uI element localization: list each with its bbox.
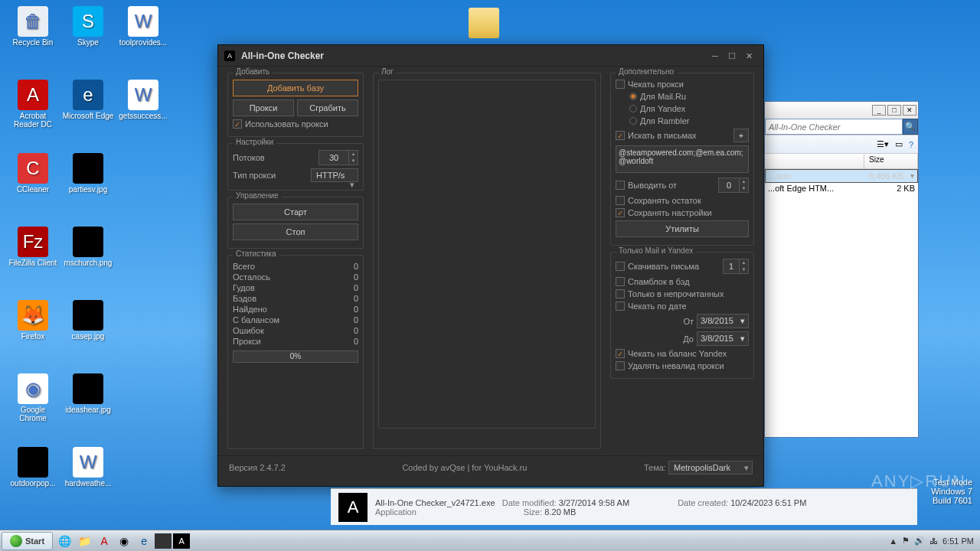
download-count-spinner[interactable]: ▲▼ bbox=[723, 259, 749, 274]
credits-label: Coded by avQse | for YouHack.ru bbox=[402, 463, 527, 472]
group-extra: Дополнительно Чекать прокси Для Mail.Ru … bbox=[610, 73, 754, 246]
minimize-button[interactable]: ─ bbox=[707, 49, 724, 63]
desktop-icon[interactable]: CCCleaner bbox=[6, 153, 60, 214]
log-textarea[interactable] bbox=[378, 80, 596, 429]
desktop-icon[interactable]: 🦊Firefox bbox=[6, 300, 60, 361]
help-icon[interactable]: ? bbox=[909, 140, 913, 149]
plus-button[interactable]: + bbox=[733, 129, 749, 142]
theme-select[interactable]: MetropolisDark bbox=[668, 461, 753, 474]
start-button[interactable]: Старт bbox=[233, 204, 358, 220]
use-proxy-checkbox[interactable] bbox=[233, 119, 242, 129]
desktop-icon[interactable]: Wgetssuccess... bbox=[116, 80, 170, 141]
desktop-icon[interactable]: partiesv.jpg bbox=[61, 153, 115, 214]
date-from-input[interactable]: 3/8/2015▾ bbox=[697, 314, 749, 328]
file-row[interactable]: ...tion8,406 KB bbox=[765, 169, 918, 183]
start-button[interactable]: Start bbox=[2, 532, 53, 550]
output-from-spinner[interactable]: ▲▼ bbox=[718, 178, 749, 193]
desktop-icon[interactable]: eMicrosoft Edge bbox=[61, 80, 115, 141]
search-go-button[interactable]: 🔍 bbox=[903, 119, 918, 135]
explorer-search-input[interactable] bbox=[765, 119, 903, 135]
stat-row: Всего0 bbox=[233, 262, 358, 271]
save-settings-checkbox[interactable] bbox=[616, 208, 625, 217]
tray-clock[interactable]: 6:51 PM bbox=[942, 536, 974, 546]
stop-button[interactable]: Стоп bbox=[233, 223, 358, 240]
threads-spinner[interactable]: ▲▼ bbox=[318, 150, 358, 165]
domains-textarea[interactable]: @steampowered.com;@em.ea.com;@worldoft bbox=[616, 145, 749, 173]
desktop-icon[interactable]: ◉Google Chrome bbox=[6, 373, 60, 435]
add-base-button[interactable]: Добавить базу bbox=[233, 80, 358, 96]
maximize-button[interactable]: □ bbox=[887, 105, 901, 116]
minimize-button[interactable]: _ bbox=[872, 105, 886, 116]
stat-row: Найдено0 bbox=[233, 305, 358, 314]
desktop-icon[interactable]: AAcrobat Reader DC bbox=[6, 80, 60, 141]
stat-row: Бэдов0 bbox=[233, 294, 358, 303]
app-icon: A bbox=[224, 51, 235, 61]
test-mode-label: Test ModeWindows 7Build 7601 bbox=[931, 478, 972, 505]
group-stats: Статистика Всего0Осталось0Гудов0Бэдов0На… bbox=[227, 255, 364, 449]
desktop-folder-icon[interactable] bbox=[469, 8, 499, 38]
desktop-icon[interactable]: 🗑Recycle Bin bbox=[6, 6, 60, 67]
rambler-radio[interactable] bbox=[629, 117, 637, 125]
desktop-icon[interactable]: outdoorpop... bbox=[6, 447, 60, 508]
desktop-icon[interactable]: SSkype bbox=[61, 6, 115, 67]
desktop-icon[interactable]: casep.jpg bbox=[61, 300, 115, 361]
check-by-date-checkbox[interactable] bbox=[616, 302, 625, 311]
group-log: Лог bbox=[373, 73, 601, 449]
taskbar-explorer-icon[interactable]: 📁 bbox=[75, 533, 93, 549]
col-size[interactable]: Size bbox=[864, 154, 918, 168]
file-thumb-icon: A bbox=[338, 493, 368, 522]
taskbar-ie-icon[interactable]: 🌐 bbox=[55, 533, 74, 549]
col-name[interactable] bbox=[765, 154, 864, 168]
group-settings: Настройки Потоков ▲▼ Тип прокси HTTP/s bbox=[227, 143, 364, 191]
grab-button[interactable]: Сграбить bbox=[297, 99, 358, 116]
taskbar-app2-icon[interactable]: A bbox=[173, 533, 190, 549]
date-to-input[interactable]: 3/8/2015▾ bbox=[697, 331, 749, 346]
pane-icon[interactable]: ▭ bbox=[895, 139, 903, 149]
desktop-icon[interactable]: Whardweathe... bbox=[61, 447, 115, 508]
taskbar-edge-icon[interactable]: e bbox=[135, 533, 153, 549]
explorer-statusbar: A All-In-One Checker_v24721.exe Date mod… bbox=[331, 488, 917, 525]
output-from-checkbox[interactable] bbox=[616, 181, 625, 190]
desktop-icon[interactable]: FzFileZilla Client bbox=[6, 227, 60, 288]
unread-only-checkbox[interactable] bbox=[616, 289, 625, 298]
mailru-radio[interactable] bbox=[629, 93, 637, 100]
delete-invalid-checkbox[interactable] bbox=[616, 361, 625, 370]
desktop-icon[interactable]: Wtoolprovides... bbox=[116, 6, 170, 67]
stat-row: Осталось0 bbox=[233, 272, 358, 282]
tray-network-icon[interactable]: 🖧 bbox=[929, 536, 938, 546]
spamblock-checkbox[interactable] bbox=[616, 277, 625, 286]
group-mail-yandex: Только Mail и Yandex Скачивать письма ▲▼… bbox=[610, 252, 754, 379]
check-balance-checkbox[interactable] bbox=[616, 349, 625, 358]
stat-row: Гудов0 bbox=[233, 283, 358, 292]
view-icon[interactable]: ☰▾ bbox=[877, 139, 889, 149]
download-mail-checkbox[interactable] bbox=[616, 262, 625, 271]
taskbar-acrobat-icon[interactable]: A bbox=[95, 533, 113, 549]
check-proxy-checkbox[interactable] bbox=[616, 80, 625, 89]
utilities-button[interactable]: Утилиты bbox=[616, 220, 749, 237]
desktop-icon[interactable]: mschurch.png bbox=[61, 227, 115, 288]
app-title: All-in-One Checker bbox=[241, 51, 707, 61]
tray-volume-icon[interactable]: 🔊 bbox=[914, 536, 925, 546]
close-button[interactable]: ✕ bbox=[903, 105, 916, 116]
stat-row: Ошибок0 bbox=[233, 326, 358, 335]
taskbar-app1-icon[interactable] bbox=[155, 533, 172, 549]
stat-row: С балансом0 bbox=[233, 315, 358, 324]
maximize-button[interactable]: ☐ bbox=[724, 49, 740, 63]
tray-flag-icon[interactable]: ▲ bbox=[889, 536, 897, 546]
yandex-radio[interactable] bbox=[629, 105, 637, 112]
close-button[interactable]: ✕ bbox=[740, 49, 757, 63]
stat-row: Прокси0 bbox=[233, 337, 358, 346]
search-mail-checkbox[interactable] bbox=[616, 131, 625, 140]
group-add: Добавить Добавить базу Прокси Сграбить И… bbox=[227, 73, 364, 137]
proxy-type-select[interactable]: HTTP/s bbox=[311, 168, 358, 182]
tray-action-icon[interactable]: ⚑ bbox=[902, 536, 910, 546]
file-row[interactable]: ...oft Edge HTM...2 KB bbox=[765, 183, 918, 197]
proxy-button[interactable]: Прокси bbox=[233, 99, 294, 116]
desktop-icon[interactable]: ideashear.jpg bbox=[61, 373, 115, 435]
app-window: A All-in-One Checker ─ ☐ ✕ Добавить Доба… bbox=[217, 44, 764, 487]
group-control: Управление Старт Стоп bbox=[227, 197, 364, 249]
taskbar-chrome-icon[interactable]: ◉ bbox=[115, 533, 133, 549]
save-rest-checkbox[interactable] bbox=[616, 196, 625, 205]
taskbar: Start 🌐 📁 A ◉ e A ▲ ⚑ 🔊 🖧 6:51 PM bbox=[0, 530, 980, 551]
explorer-window: _ □ ✕ 🔍 ☰▾ ▭ ? Size ...tion8,406 KB...of… bbox=[764, 101, 919, 438]
